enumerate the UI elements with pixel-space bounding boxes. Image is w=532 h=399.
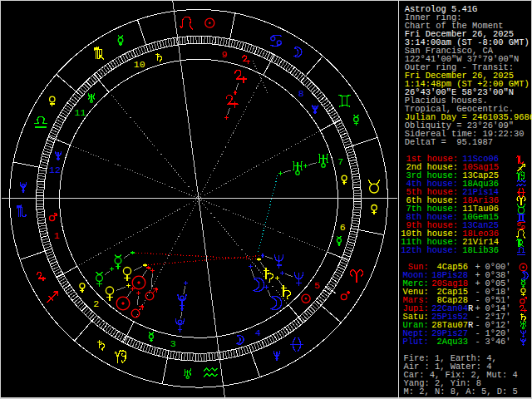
svg-text:8: 8: [298, 88, 304, 99]
svg-text:4: 4: [255, 328, 261, 338]
svg-text:3: 3: [170, 338, 176, 349]
svg-text:9: 9: [221, 49, 227, 60]
svg-text:7: 7: [337, 156, 343, 167]
svg-text:11: 11: [75, 107, 86, 118]
svg-text:1: 1: [54, 230, 60, 241]
svg-text:12: 12: [49, 165, 61, 175]
svg-text:5: 5: [314, 280, 320, 291]
svg-text:6: 6: [340, 222, 346, 233]
svg-text:2: 2: [93, 298, 99, 309]
svg-text:10: 10: [134, 59, 145, 70]
